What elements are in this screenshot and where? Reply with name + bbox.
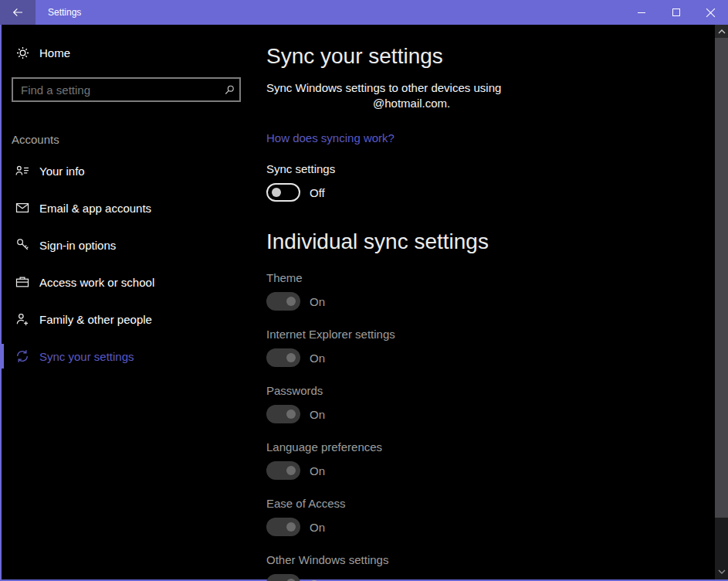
search-input[interactable] xyxy=(13,83,219,97)
setting-group-internet-explorer: Internet Explorer settings On xyxy=(266,328,682,367)
description-line1: Sync Windows settings to other devices u… xyxy=(266,81,501,94)
other-windows-settings-label: Other Windows settings xyxy=(266,553,682,567)
back-button[interactable] xyxy=(0,0,36,25)
passwords-toggle xyxy=(266,405,300,423)
envelope-icon xyxy=(15,200,30,216)
search-box xyxy=(12,77,241,102)
briefcase-icon xyxy=(15,274,30,290)
search-icon xyxy=(219,84,239,96)
setting-group-passwords: Passwords On xyxy=(266,384,682,423)
chevron-up-icon xyxy=(718,29,726,34)
internet-explorer-settings-toggle xyxy=(266,348,300,367)
internet-explorer-settings-label: Internet Explorer settings xyxy=(266,328,682,341)
chevron-down-icon xyxy=(718,569,726,574)
other-windows-settings-toggle-state: On xyxy=(310,577,325,581)
minimize-icon xyxy=(637,8,646,17)
main-content: Sync your settings Sync Windows settings… xyxy=(266,25,728,579)
minimize-button[interactable] xyxy=(624,0,659,25)
passwords-toggle-state: On xyxy=(310,408,325,421)
toggle-knob xyxy=(286,466,296,475)
toggle-knob xyxy=(286,297,296,306)
contact-card-icon xyxy=(15,163,30,178)
setting-group-other-windows-settings: Other Windows settings On xyxy=(266,553,682,581)
sync-settings-toggle-row: Off xyxy=(266,183,682,202)
sidebar-item-your-info[interactable]: Your info xyxy=(2,152,266,189)
sidebar-item-label: Email & app accounts xyxy=(39,202,151,215)
person-add-icon xyxy=(15,311,30,327)
sidebar-item-label: Sync your settings xyxy=(39,350,134,363)
sidebar-section-accounts: Accounts xyxy=(12,133,266,147)
toggle-knob xyxy=(272,188,281,197)
sidebar: Home Accounts Your info xyxy=(2,25,266,579)
theme-toggle-state: On xyxy=(310,295,325,308)
scroll-down-button[interactable] xyxy=(715,565,728,578)
language-preferences-toggle-state: On xyxy=(310,464,325,477)
window-title: Settings xyxy=(48,0,624,25)
back-arrow-icon xyxy=(12,6,24,19)
how-does-syncing-work-link[interactable]: How does syncing work? xyxy=(266,131,394,144)
setting-group-language-preferences: Language preferences On xyxy=(266,440,682,480)
key-icon xyxy=(15,237,30,253)
sidebar-item-label: Sign-in options xyxy=(39,239,116,252)
sidebar-item-label: Family & other people xyxy=(39,313,152,326)
passwords-label: Passwords xyxy=(266,384,682,398)
toggle-knob xyxy=(286,353,296,362)
language-preferences-toggle xyxy=(266,461,300,480)
ease-of-access-toggle-state: On xyxy=(310,521,325,534)
ease-of-access-label: Ease of Access xyxy=(266,497,682,511)
maximize-icon xyxy=(672,8,681,17)
sidebar-nav: Your info Email & app accounts Sign-in o… xyxy=(2,152,266,375)
sync-settings-label: Sync settings xyxy=(266,162,682,176)
sidebar-item-label: Your info xyxy=(39,165,85,178)
scrollbar-thumb[interactable] xyxy=(715,38,728,518)
page-title: Sync your settings xyxy=(266,43,682,70)
gear-icon xyxy=(15,45,30,60)
description-line2: @hotmail.com. xyxy=(266,97,450,110)
sidebar-home-label: Home xyxy=(39,46,70,59)
sync-settings-toggle-state: Off xyxy=(310,186,325,199)
sync-arrows-icon xyxy=(15,348,30,364)
ease-of-access-toggle xyxy=(266,518,300,536)
language-preferences-label: Language preferences xyxy=(266,440,682,454)
window-controls xyxy=(624,0,728,25)
sidebar-item-sign-in-options[interactable]: Sign-in options xyxy=(2,226,266,263)
sync-settings-toggle[interactable] xyxy=(266,183,300,202)
maximize-button[interactable] xyxy=(659,0,693,25)
close-button[interactable] xyxy=(693,0,728,25)
scroll-up-button[interactable] xyxy=(715,25,728,38)
sidebar-item-family-other-people[interactable]: Family & other people xyxy=(2,301,266,338)
internet-explorer-settings-toggle-state: On xyxy=(310,352,325,365)
page-description: Sync Windows settings to other devices u… xyxy=(266,80,682,111)
app-body: Home Accounts Your info xyxy=(0,25,728,581)
theme-toggle xyxy=(266,292,300,311)
settings-window: Settings xyxy=(0,0,728,581)
sidebar-item-access-work-school[interactable]: Access work or school xyxy=(2,263,266,301)
individual-sync-settings-title: Individual sync settings xyxy=(266,229,682,254)
sidebar-item-sync-your-settings[interactable]: Sync your settings xyxy=(2,338,266,375)
sidebar-item-label: Access work or school xyxy=(39,276,154,289)
close-icon xyxy=(706,8,716,18)
theme-label: Theme xyxy=(266,271,682,285)
setting-group-theme: Theme On xyxy=(266,271,682,311)
other-windows-settings-toggle xyxy=(266,574,300,581)
setting-group-ease-of-access: Ease of Access On xyxy=(266,497,682,536)
sidebar-item-email-app-accounts[interactable]: Email & app accounts xyxy=(2,189,266,226)
toggle-knob xyxy=(286,409,296,419)
titlebar: Settings xyxy=(0,0,728,25)
toggle-knob xyxy=(286,522,296,532)
scrollbar[interactable] xyxy=(715,25,728,579)
sidebar-item-home[interactable]: Home xyxy=(2,37,266,68)
